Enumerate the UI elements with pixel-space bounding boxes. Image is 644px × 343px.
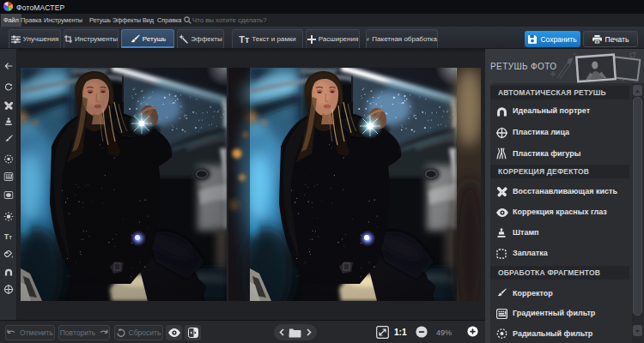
- svg-text:т: т: [9, 233, 12, 239]
